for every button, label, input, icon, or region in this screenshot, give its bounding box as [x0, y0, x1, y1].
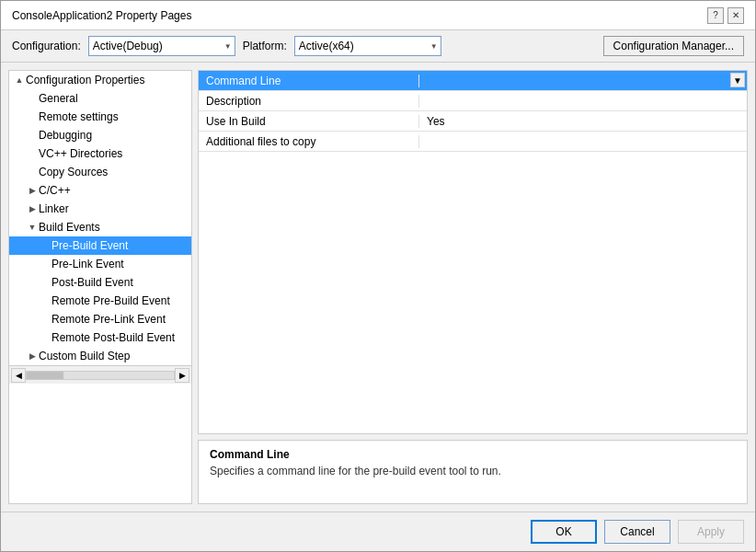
tree-label-copy-sources: Copy Sources: [39, 166, 108, 178]
tree-item-post-build-event[interactable]: Post-Build Event: [9, 273, 191, 292]
dialog-title: ConsoleApplication2 Property Pages: [12, 9, 191, 22]
tree-expand-cpp[interactable]: ▶: [26, 186, 39, 195]
tree-item-build-events[interactable]: ▼Build Events: [9, 218, 191, 236]
tree-item-pre-link-event[interactable]: Pre-Link Event: [9, 255, 191, 273]
tree-label-vc-directories: VC++ Directories: [39, 147, 122, 160]
tree-item-vc-directories[interactable]: VC++ Directories: [9, 144, 191, 163]
tree-expand-custom-build-step[interactable]: ▶: [26, 351, 39, 361]
tree-item-general[interactable]: General: [9, 89, 191, 108]
tree-expand-build-events[interactable]: ▼: [26, 223, 39, 232]
tree-label-build-events: Build Events: [39, 221, 100, 234]
config-select[interactable]: Active(Debug): [88, 36, 235, 56]
pg-name-1: Description: [199, 95, 419, 108]
tree-label-pre-build-event: Pre-Build Event: [52, 239, 128, 252]
tree-label-remote-settings: Remote settings: [39, 110, 119, 123]
tree-item-config-props[interactable]: ▲Configuration Properties: [9, 71, 191, 89]
platform-select-wrapper: Active(x64): [294, 36, 441, 56]
pg-name-3: Additional files to copy: [199, 135, 419, 148]
config-label: Configuration:: [12, 40, 81, 52]
tree-label-remote-pre-link-event: Remote Pre-Link Event: [52, 313, 166, 326]
tree-label-custom-build-step: Custom Build Step: [39, 350, 130, 362]
tree-item-custom-build-step[interactable]: ▶Custom Build Step: [9, 347, 191, 365]
tree-label-remote-post-build-event: Remote Post-Build Event: [52, 331, 175, 344]
title-bar: ConsoleApplication2 Property Pages ? ✕: [1, 1, 755, 30]
tree-item-remote-settings[interactable]: Remote settings: [9, 108, 191, 126]
tree-item-debugging[interactable]: Debugging: [9, 126, 191, 144]
pg-row-1[interactable]: Description: [199, 91, 747, 111]
cancel-button[interactable]: Cancel: [604, 520, 670, 544]
tree-expand-linker[interactable]: ▶: [26, 204, 39, 213]
tree-item-pre-build-event[interactable]: Pre-Build Event: [9, 236, 191, 255]
pg-name-0: Command Line: [199, 75, 419, 87]
config-row: Configuration: Active(Debug) Platform: A…: [1, 30, 755, 63]
tree-item-copy-sources[interactable]: Copy Sources: [9, 163, 191, 181]
config-select-wrapper: Active(Debug): [88, 36, 235, 56]
scroll-right-btn[interactable]: ▶: [175, 368, 189, 383]
tree-label-post-build-event: Post-Build Event: [52, 276, 133, 289]
tree-expand-config-props[interactable]: ▲: [13, 75, 26, 85]
desc-title: Command Line: [210, 448, 736, 461]
tree-label-pre-link-event: Pre-Link Event: [52, 258, 124, 270]
help-button[interactable]: ?: [707, 7, 724, 24]
tree-panel: ▲Configuration PropertiesGeneralRemote s…: [8, 70, 192, 504]
config-manager-button[interactable]: Configuration Manager...: [603, 36, 744, 56]
description-panel: Command Line Specifies a command line fo…: [198, 440, 748, 504]
tree-item-remote-pre-link-event[interactable]: Remote Pre-Link Event: [9, 310, 191, 328]
ok-button[interactable]: OK: [531, 520, 597, 544]
tree-label-linker: Linker: [39, 202, 69, 215]
tree-item-cpp[interactable]: ▶C/C++: [9, 181, 191, 200]
pg-scroll-btn[interactable]: ▼: [730, 73, 745, 87]
pg-value-2: Yes: [419, 115, 747, 128]
tree-label-remote-pre-build-event: Remote Pre-Build Event: [52, 294, 170, 307]
pg-row-3[interactable]: Additional files to copy: [199, 132, 747, 152]
scroll-thumb: [27, 372, 63, 379]
main-content: ▲Configuration PropertiesGeneralRemote s…: [1, 63, 755, 512]
platform-select[interactable]: Active(x64): [294, 36, 441, 56]
apply-button[interactable]: Apply: [678, 520, 744, 544]
tree-label-cpp: C/C++: [39, 184, 71, 197]
pg-name-2: Use In Build: [199, 115, 419, 128]
bottom-bar: OK Cancel Apply: [1, 512, 755, 551]
tree-item-remote-post-build-event[interactable]: Remote Post-Build Event: [9, 328, 191, 347]
right-panel: ▼ Command LineDescriptionUse In BuildYes…: [198, 70, 748, 504]
tree-label-general: General: [39, 92, 78, 105]
close-button[interactable]: ✕: [727, 7, 744, 24]
pg-row-0[interactable]: Command Line: [199, 71, 747, 91]
title-bar-controls: ? ✕: [707, 7, 744, 24]
tree-item-linker[interactable]: ▶Linker: [9, 200, 191, 218]
property-grid: ▼ Command LineDescriptionUse In BuildYes…: [198, 70, 748, 434]
scroll-track: [26, 371, 175, 380]
tree-label-config-props: Configuration Properties: [26, 74, 144, 86]
tree-item-remote-pre-build-event[interactable]: Remote Pre-Build Event: [9, 292, 191, 310]
desc-text: Specifies a command line for the pre-bui…: [210, 465, 736, 477]
platform-label: Platform:: [243, 40, 287, 52]
pg-row-2[interactable]: Use In BuildYes: [199, 111, 747, 132]
property-pages-dialog: ConsoleApplication2 Property Pages ? ✕ C…: [0, 0, 756, 552]
tree-label-debugging: Debugging: [39, 129, 92, 142]
scroll-left-btn[interactable]: ◀: [11, 368, 26, 383]
